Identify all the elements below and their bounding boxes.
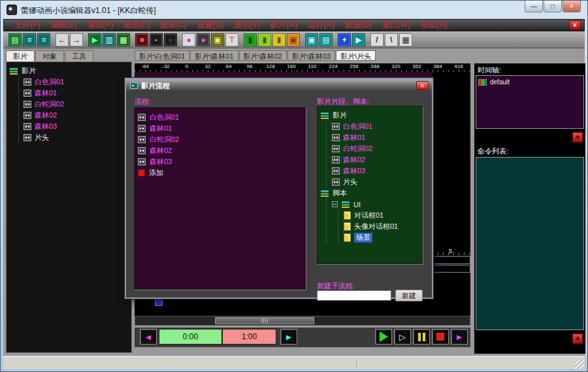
script-item[interactable]: 场景 xyxy=(344,232,419,243)
left-panel-tab[interactable]: 工具 xyxy=(65,50,93,61)
menu-item[interactable]: 图层(L) xyxy=(118,19,154,31)
stop-button[interactable] xyxy=(432,329,449,345)
palette-icon[interactable]: ● xyxy=(182,33,195,46)
flow-list-item[interactable]: 森林01 xyxy=(138,123,302,134)
step-back-button[interactable]: ◄ xyxy=(140,329,157,345)
step-forward-button[interactable]: ► xyxy=(280,329,297,345)
menu-item[interactable]: 影片(M) xyxy=(265,19,302,31)
timeline-list-item[interactable]: default xyxy=(476,76,583,88)
menu-item[interactable]: 项目(P) xyxy=(82,19,118,31)
flow-list-item[interactable]: 白色洞01 xyxy=(138,112,302,123)
teal-frame-icon[interactable]: ▣ xyxy=(305,33,318,46)
document-close-icon[interactable]: × xyxy=(569,20,581,30)
movie-tree-panel: 影片 白色洞01 森林01 白蛇洞02 森林02 xyxy=(6,61,132,353)
menu-item[interactable]: 效果(C) xyxy=(155,19,192,31)
redo-icon[interactable]: → xyxy=(70,33,83,46)
horizontal-scrollbar[interactable] xyxy=(135,316,470,326)
ruler-tick: 0 xyxy=(176,63,197,72)
new-subflow-button[interactable]: 新建 xyxy=(395,290,423,301)
flow-list-item[interactable]: 森林03 xyxy=(138,156,302,167)
flow-list-item[interactable]: 森林02 xyxy=(138,145,302,156)
play-button[interactable] xyxy=(375,329,392,345)
teal-play-icon[interactable]: ▶ xyxy=(352,33,365,46)
movie-tree-item[interactable]: 森林03 xyxy=(24,121,129,132)
new-subflow-input[interactable] xyxy=(317,290,391,301)
line-tool-icon[interactable]: \ xyxy=(385,33,398,46)
menu-item[interactable]: 编辑(E) xyxy=(45,19,82,31)
tree-root-scripts[interactable]: 脚本 xyxy=(320,188,419,199)
script-group-ui[interactable]: UI xyxy=(332,199,419,210)
tree-root-movies[interactable]: 影片 xyxy=(320,110,419,121)
menu-item[interactable]: 文件(F) xyxy=(9,19,45,31)
undo-icon[interactable]: ← xyxy=(56,33,69,46)
new-file-icon[interactable]: ▤ xyxy=(8,33,22,46)
layer-dark-icon[interactable]: ▪ xyxy=(150,33,163,46)
film-icon xyxy=(24,112,31,119)
left-panel-tab[interactable]: 对象 xyxy=(35,50,64,61)
document-tab[interactable]: 影片\森林02 xyxy=(239,50,287,61)
close-button[interactable]: × xyxy=(563,1,581,12)
resize-grip-icon[interactable] xyxy=(575,360,584,369)
layers-icon xyxy=(341,201,350,209)
movie-tree-item[interactable]: 白色洞01 xyxy=(24,76,129,88)
yellow-swatch-icon[interactable]: ▮ xyxy=(272,33,286,46)
minimize-button[interactable]: — xyxy=(525,1,543,12)
text-tool-icon[interactable]: T xyxy=(225,33,238,46)
dialog-title-bar[interactable]: 影片流程 × xyxy=(126,79,432,92)
add-flow-item[interactable]: 添加 xyxy=(138,167,302,178)
orange-swatch-icon[interactable]: ▣ xyxy=(287,33,300,46)
menu-item[interactable]: 显示(V) xyxy=(228,19,265,31)
maximize-button[interactable]: □ xyxy=(544,1,562,12)
add-blue-icon[interactable]: + xyxy=(338,33,351,46)
command-list[interactable] xyxy=(476,157,584,330)
movie-clip-item[interactable]: 白色洞01 xyxy=(332,121,419,132)
scrollbar-thumb[interactable] xyxy=(215,317,314,324)
menu-item[interactable]: 设置(S) xyxy=(191,19,228,31)
movie-clip-item[interactable]: 片头 xyxy=(332,177,419,188)
play-from-start-button[interactable]: ▷ xyxy=(394,329,411,345)
next-scene-button[interactable]: ► xyxy=(451,329,468,345)
fill-icon[interactable]: ▣ xyxy=(211,33,224,46)
grid-icon[interactable]: ▦ xyxy=(399,33,412,46)
document-tab[interactable]: 影片\森林03 xyxy=(287,50,335,61)
record-icon[interactable]: ■ xyxy=(135,33,148,46)
layer-dark2-icon[interactable]: ▫ xyxy=(164,33,177,46)
pause-button[interactable] xyxy=(413,329,430,345)
menu-item[interactable]: 窗口(W) xyxy=(377,19,416,31)
left-panel-tab[interactable]: 影片 xyxy=(6,50,35,61)
menu-item[interactable]: 数据(D) xyxy=(340,19,377,31)
frames-icon[interactable]: ▥ xyxy=(103,33,116,46)
movie-tree-item[interactable]: 白蛇洞02 xyxy=(24,99,129,110)
menu-item[interactable]: 运行(R) xyxy=(302,19,340,31)
pencil-icon[interactable]: / xyxy=(370,33,384,46)
document-tab[interactable]: 影片\片头 xyxy=(336,50,376,61)
menu-item[interactable]: 帮助(H) xyxy=(416,19,453,31)
add-command-button[interactable]: + xyxy=(572,333,583,344)
flow-list-item[interactable]: 白蛇洞02 xyxy=(138,134,302,145)
dialog-close-icon[interactable]: × xyxy=(416,81,429,90)
movie-clip-item[interactable]: 森林03 xyxy=(332,165,419,177)
movie-tree-item[interactable]: 森林01 xyxy=(24,88,129,99)
tree-root-movies[interactable]: 影片 xyxy=(9,65,129,76)
movie-tree-item[interactable]: 片头 xyxy=(24,132,129,143)
collapse-icon[interactable] xyxy=(332,201,338,207)
film-strip-icon[interactable]: ▦ xyxy=(117,33,130,46)
film-icon xyxy=(332,145,340,152)
movie-tree-item[interactable]: 森林02 xyxy=(24,110,129,121)
color-dot-icon[interactable]: ● xyxy=(197,33,210,46)
script-item[interactable]: 对话框01 xyxy=(344,210,419,221)
lime-swatch-icon[interactable]: ▮ xyxy=(258,33,271,46)
green-swatch-icon[interactable]: ▮ xyxy=(244,33,257,46)
document-tab[interactable]: 影片\白色洞01 xyxy=(135,50,189,61)
add-timeline-button[interactable]: + xyxy=(572,132,583,143)
scene-list-icon[interactable]: ≡ xyxy=(23,33,36,46)
movie-clip-item[interactable]: 森林01 xyxy=(332,132,419,143)
ruler-tick: 448 xyxy=(469,63,470,72)
teal-frame2-icon[interactable]: ▤ xyxy=(319,33,333,46)
play-scene-icon[interactable]: ▶ xyxy=(88,33,101,46)
script-item[interactable]: 头像对话框01 xyxy=(344,221,419,232)
movie-clip-item[interactable]: 白蛇洞02 xyxy=(332,143,419,154)
movie-clip-item[interactable]: 森林02 xyxy=(332,154,419,165)
object-list-icon[interactable]: ≡ xyxy=(37,33,50,46)
document-tab[interactable]: 影片\森林01 xyxy=(190,50,238,61)
